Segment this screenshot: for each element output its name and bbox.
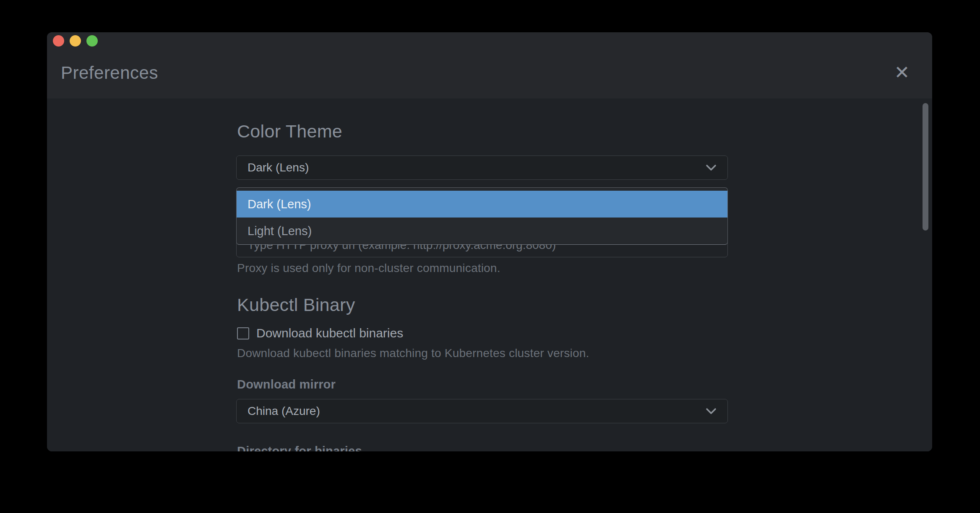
page-title: Preferences: [61, 63, 158, 83]
dropdown-option-light-lens[interactable]: Light (Lens): [237, 218, 727, 244]
settings-column: Color Theme Dark (Lens) Dark (Lens) Ligh…: [236, 98, 728, 451]
scrollbar-thumb[interactable]: [923, 103, 928, 231]
color-theme-heading: Color Theme: [237, 121, 342, 142]
color-theme-select[interactable]: Dark (Lens): [236, 155, 728, 180]
color-theme-dropdown-menu: Dark (Lens) Light (Lens): [236, 187, 728, 245]
traffic-lights: [53, 35, 98, 47]
directory-for-binaries-label: Directory for binaries: [237, 444, 362, 451]
download-mirror-select[interactable]: China (Azure): [236, 399, 728, 423]
download-mirror-label: Download mirror: [237, 378, 336, 391]
titlebar: Preferences ✕: [47, 32, 932, 98]
chevron-down-icon: [706, 408, 717, 415]
zoom-traffic-light[interactable]: [86, 35, 98, 47]
dropdown-option-dark-lens[interactable]: Dark (Lens): [237, 191, 727, 218]
close-icon[interactable]: ✕: [892, 62, 912, 83]
color-theme-select-value: Dark (Lens): [248, 161, 706, 174]
kubectl-binary-heading: Kubectl Binary: [237, 295, 355, 315]
preferences-content: Color Theme Dark (Lens) Dark (Lens) Ligh…: [47, 98, 932, 451]
chevron-down-icon: [706, 164, 717, 171]
minimize-traffic-light[interactable]: [70, 35, 81, 47]
checkbox-unchecked-icon[interactable]: [237, 327, 249, 339]
close-traffic-light[interactable]: [53, 35, 64, 47]
preferences-window: Preferences ✕ Color Theme Dark (Lens) Da…: [47, 32, 932, 451]
kubectl-description-text: Download kubectl binaries matching to Ku…: [237, 347, 589, 360]
proxy-hint-text: Proxy is used only for non-cluster commu…: [237, 262, 500, 275]
download-kubectl-checkbox-label: Download kubectl binaries: [256, 326, 403, 340]
download-kubectl-checkbox-row[interactable]: Download kubectl binaries: [237, 326, 403, 340]
download-mirror-select-value: China (Azure): [248, 404, 706, 418]
